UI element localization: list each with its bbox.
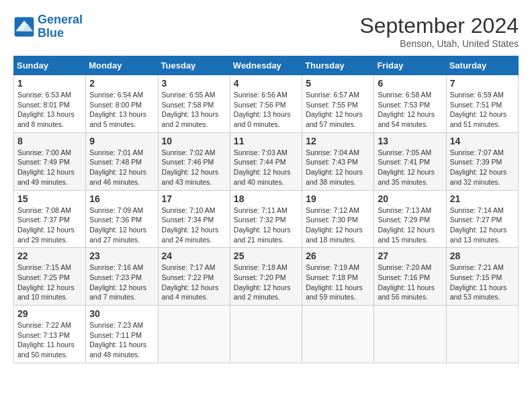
day-number: 1 xyxy=(17,78,82,89)
day-number: 25 xyxy=(234,250,298,261)
day-number: 15 xyxy=(17,193,82,204)
day-detail: Sunrise: 7:21 AMSunset: 7:15 PMDaylight:… xyxy=(450,263,515,302)
day-number: 7 xyxy=(450,78,515,89)
calendar-cell: 19Sunrise: 7:12 AMSunset: 7:30 PMDayligh… xyxy=(302,190,374,248)
title-block: September 2024 Benson, Utah, United Stat… xyxy=(359,13,519,49)
calendar-cell: 18Sunrise: 7:11 AMSunset: 7:32 PMDayligh… xyxy=(230,190,302,248)
day-number: 19 xyxy=(306,193,370,204)
header-cell-wednesday: Wednesday xyxy=(230,56,302,75)
day-number: 16 xyxy=(89,193,154,204)
day-detail: Sunrise: 6:57 AMSunset: 7:55 PMDaylight:… xyxy=(306,90,370,130)
day-detail: Sunrise: 7:18 AMSunset: 7:20 PMDaylight:… xyxy=(234,263,298,302)
day-detail: Sunrise: 7:14 AMSunset: 7:27 PMDaylight:… xyxy=(450,205,515,245)
calendar-cell: 26Sunrise: 7:19 AMSunset: 7:18 PMDayligh… xyxy=(302,248,374,306)
header-cell-monday: Monday xyxy=(86,56,158,75)
day-number: 5 xyxy=(306,78,370,89)
calendar-cell: 4Sunrise: 6:56 AMSunset: 7:56 PMDaylight… xyxy=(230,75,302,133)
day-number: 21 xyxy=(450,193,515,204)
day-number: 29 xyxy=(17,308,82,319)
day-number: 20 xyxy=(378,193,442,204)
day-detail: Sunrise: 7:17 AMSunset: 7:22 PMDaylight:… xyxy=(162,263,226,302)
day-detail: Sunrise: 6:56 AMSunset: 7:56 PMDaylight:… xyxy=(234,90,298,130)
day-detail: Sunrise: 7:07 AMSunset: 7:39 PMDaylight:… xyxy=(450,148,515,187)
calendar-cell: 25Sunrise: 7:18 AMSunset: 7:20 PMDayligh… xyxy=(230,248,302,306)
day-detail: Sunrise: 7:23 AMSunset: 7:11 PMDaylight:… xyxy=(89,320,154,360)
calendar-cell: 14Sunrise: 7:07 AMSunset: 7:39 PMDayligh… xyxy=(446,132,518,190)
day-detail: Sunrise: 7:08 AMSunset: 7:37 PMDaylight:… xyxy=(17,205,82,245)
calendar-cell: 2Sunrise: 6:54 AMSunset: 8:00 PMDaylight… xyxy=(86,75,158,133)
calendar-cell: 24Sunrise: 7:17 AMSunset: 7:22 PMDayligh… xyxy=(158,248,230,306)
calendar-cell: 21Sunrise: 7:14 AMSunset: 7:27 PMDayligh… xyxy=(446,190,518,248)
page-header: General Blue September 2024 Benson, Utah… xyxy=(13,13,519,49)
day-detail: Sunrise: 6:53 AMSunset: 8:01 PMDaylight:… xyxy=(17,90,82,130)
day-number: 9 xyxy=(89,136,154,146)
day-detail: Sunrise: 7:13 AMSunset: 7:29 PMDaylight:… xyxy=(378,205,442,245)
day-detail: Sunrise: 7:03 AMSunset: 7:44 PMDaylight:… xyxy=(234,148,298,187)
calendar-cell: 6Sunrise: 6:58 AMSunset: 7:53 PMDaylight… xyxy=(374,75,446,133)
header-row: SundayMondayTuesdayWednesdayThursdayFrid… xyxy=(14,56,519,75)
calendar-cell: 20Sunrise: 7:13 AMSunset: 7:29 PMDayligh… xyxy=(374,190,446,248)
day-detail: Sunrise: 7:00 AMSunset: 7:49 PMDaylight:… xyxy=(17,148,82,187)
calendar-cell: 23Sunrise: 7:16 AMSunset: 7:23 PMDayligh… xyxy=(86,248,158,306)
calendar-cell: 28Sunrise: 7:21 AMSunset: 7:15 PMDayligh… xyxy=(446,248,518,306)
calendar-cell: 30Sunrise: 7:23 AMSunset: 7:11 PMDayligh… xyxy=(86,306,158,363)
day-number: 23 xyxy=(89,250,154,261)
day-detail: Sunrise: 6:59 AMSunset: 7:51 PMDaylight:… xyxy=(450,90,515,130)
day-detail: Sunrise: 7:16 AMSunset: 7:23 PMDaylight:… xyxy=(89,263,154,302)
day-detail: Sunrise: 7:11 AMSunset: 7:32 PMDaylight:… xyxy=(234,205,298,245)
calendar-cell xyxy=(446,306,518,363)
week-row-4: 22Sunrise: 7:15 AMSunset: 7:25 PMDayligh… xyxy=(14,248,519,306)
day-number: 26 xyxy=(306,250,370,261)
day-number: 4 xyxy=(234,78,298,89)
calendar-cell: 27Sunrise: 7:20 AMSunset: 7:16 PMDayligh… xyxy=(374,248,446,306)
day-detail: Sunrise: 6:58 AMSunset: 7:53 PMDaylight:… xyxy=(378,90,442,130)
calendar-table: SundayMondayTuesdayWednesdayThursdayFrid… xyxy=(13,56,519,363)
day-number: 27 xyxy=(378,250,442,261)
day-detail: Sunrise: 7:20 AMSunset: 7:16 PMDaylight:… xyxy=(378,263,442,302)
day-detail: Sunrise: 7:01 AMSunset: 7:48 PMDaylight:… xyxy=(89,148,154,187)
calendar-cell: 8Sunrise: 7:00 AMSunset: 7:49 PMDaylight… xyxy=(14,132,86,190)
day-number: 14 xyxy=(450,136,515,146)
calendar-cell: 1Sunrise: 6:53 AMSunset: 8:01 PMDaylight… xyxy=(14,75,86,133)
day-number: 12 xyxy=(306,136,370,146)
header-cell-tuesday: Tuesday xyxy=(158,56,230,75)
header-cell-sunday: Sunday xyxy=(14,56,86,75)
week-row-5: 29Sunrise: 7:22 AMSunset: 7:13 PMDayligh… xyxy=(14,306,519,363)
day-number: 28 xyxy=(450,250,515,261)
calendar-cell: 12Sunrise: 7:04 AMSunset: 7:43 PMDayligh… xyxy=(302,132,374,190)
calendar-cell xyxy=(302,306,374,363)
day-number: 11 xyxy=(234,136,298,146)
calendar-cell xyxy=(374,306,446,363)
subtitle: Benson, Utah, United States xyxy=(359,38,519,49)
day-number: 2 xyxy=(89,78,154,89)
calendar-cell: 11Sunrise: 7:03 AMSunset: 7:44 PMDayligh… xyxy=(230,132,302,190)
calendar-cell: 13Sunrise: 7:05 AMSunset: 7:41 PMDayligh… xyxy=(374,132,446,190)
day-detail: Sunrise: 7:15 AMSunset: 7:25 PMDaylight:… xyxy=(17,263,82,302)
day-detail: Sunrise: 6:54 AMSunset: 8:00 PMDaylight:… xyxy=(89,90,154,130)
day-number: 24 xyxy=(162,250,226,261)
calendar-cell: 10Sunrise: 7:02 AMSunset: 7:46 PMDayligh… xyxy=(158,132,230,190)
calendar-cell: 5Sunrise: 6:57 AMSunset: 7:55 PMDaylight… xyxy=(302,75,374,133)
day-number: 13 xyxy=(378,136,442,146)
day-number: 22 xyxy=(17,250,82,261)
week-row-3: 15Sunrise: 7:08 AMSunset: 7:37 PMDayligh… xyxy=(14,190,519,248)
day-number: 17 xyxy=(162,193,226,204)
day-detail: Sunrise: 7:22 AMSunset: 7:13 PMDaylight:… xyxy=(17,320,82,360)
day-detail: Sunrise: 7:09 AMSunset: 7:36 PMDaylight:… xyxy=(89,205,154,245)
header-cell-thursday: Thursday xyxy=(302,56,374,75)
day-detail: Sunrise: 7:04 AMSunset: 7:43 PMDaylight:… xyxy=(306,148,370,187)
calendar-cell: 3Sunrise: 6:55 AMSunset: 7:58 PMDaylight… xyxy=(158,75,230,133)
logo-text: General Blue xyxy=(38,13,83,40)
day-number: 6 xyxy=(378,78,442,89)
day-number: 10 xyxy=(162,136,226,146)
calendar-cell: 17Sunrise: 7:10 AMSunset: 7:34 PMDayligh… xyxy=(158,190,230,248)
day-detail: Sunrise: 7:10 AMSunset: 7:34 PMDaylight:… xyxy=(162,205,226,245)
day-number: 3 xyxy=(162,78,226,89)
day-detail: Sunrise: 7:05 AMSunset: 7:41 PMDaylight:… xyxy=(378,148,442,187)
week-row-2: 8Sunrise: 7:00 AMSunset: 7:49 PMDaylight… xyxy=(14,132,519,190)
calendar-cell xyxy=(158,306,230,363)
day-detail: Sunrise: 7:19 AMSunset: 7:18 PMDaylight:… xyxy=(306,263,370,302)
calendar-cell: 9Sunrise: 7:01 AMSunset: 7:48 PMDaylight… xyxy=(86,132,158,190)
calendar-cell: 22Sunrise: 7:15 AMSunset: 7:25 PMDayligh… xyxy=(14,248,86,306)
calendar-cell xyxy=(230,306,302,363)
